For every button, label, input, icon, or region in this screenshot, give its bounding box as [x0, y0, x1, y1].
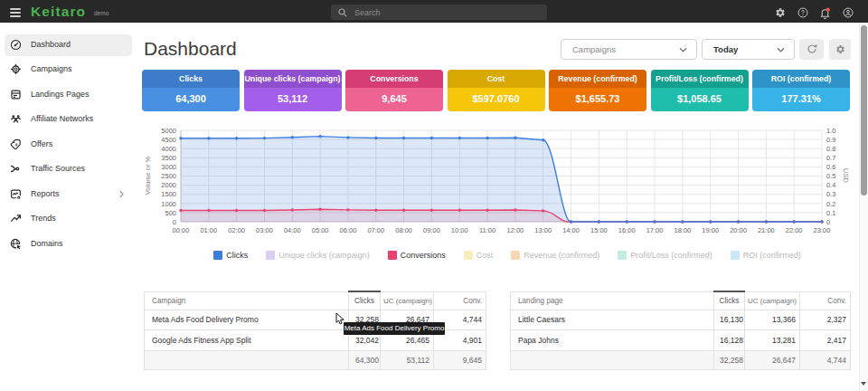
- svg-text:0.5: 0.5: [826, 172, 835, 180]
- svg-text:5000: 5000: [161, 127, 176, 135]
- svg-text:03:00: 03:00: [256, 226, 273, 234]
- svg-text:0.1: 0.1: [826, 209, 835, 217]
- svg-text:20:00: 20:00: [730, 226, 747, 234]
- svg-text:16:00: 16:00: [618, 226, 636, 234]
- svg-text:08:00: 08:00: [395, 226, 412, 234]
- svg-text:07:00: 07:00: [367, 226, 384, 234]
- svg-text:13:00: 13:00: [534, 226, 552, 234]
- svg-text:22:00: 22:00: [786, 226, 803, 234]
- svg-text:3500: 3500: [161, 154, 176, 162]
- svg-text:4000: 4000: [161, 145, 176, 153]
- svg-text:04:00: 04:00: [284, 226, 301, 234]
- svg-text:09:00: 09:00: [423, 226, 440, 234]
- svg-text:0.2: 0.2: [826, 200, 835, 208]
- svg-text:18:00: 18:00: [674, 226, 691, 234]
- svg-text:02:00: 02:00: [228, 226, 245, 234]
- svg-text:00:00: 00:00: [173, 226, 190, 234]
- svg-text:Volume or %: Volume or %: [144, 156, 152, 195]
- svg-text:USD: USD: [842, 168, 850, 183]
- svg-text:4500: 4500: [161, 136, 176, 144]
- svg-text:0.8: 0.8: [826, 145, 835, 153]
- svg-text:15:00: 15:00: [590, 226, 608, 234]
- svg-text:21:00: 21:00: [758, 226, 775, 234]
- svg-text:17:00: 17:00: [646, 226, 664, 234]
- svg-text:0.3: 0.3: [826, 190, 835, 198]
- svg-text:23:00: 23:00: [814, 226, 831, 234]
- svg-text:0.7: 0.7: [826, 154, 835, 162]
- svg-text:3000: 3000: [161, 163, 176, 171]
- svg-text:11:00: 11:00: [479, 226, 495, 234]
- svg-text:0: 0: [826, 218, 830, 226]
- svg-text:0.6: 0.6: [826, 163, 835, 171]
- svg-text:0: 0: [173, 218, 176, 226]
- svg-text:06:00: 06:00: [340, 226, 357, 234]
- svg-text:0.4: 0.4: [826, 181, 835, 189]
- svg-text:1000: 1000: [161, 200, 176, 208]
- svg-text:01:00: 01:00: [200, 226, 217, 234]
- svg-text:14:00: 14:00: [562, 226, 580, 234]
- svg-text:19:00: 19:00: [702, 226, 719, 234]
- svg-text:0.9: 0.9: [826, 136, 835, 144]
- svg-text:05:00: 05:00: [312, 226, 329, 234]
- svg-text:10:00: 10:00: [451, 226, 468, 234]
- svg-text:12:00: 12:00: [507, 226, 524, 234]
- svg-text:2500: 2500: [161, 172, 176, 180]
- svg-text:1.0: 1.0: [826, 127, 835, 135]
- svg-text:2000: 2000: [161, 181, 176, 189]
- svg-text:500: 500: [165, 209, 176, 217]
- svg-text:1500: 1500: [161, 190, 176, 198]
